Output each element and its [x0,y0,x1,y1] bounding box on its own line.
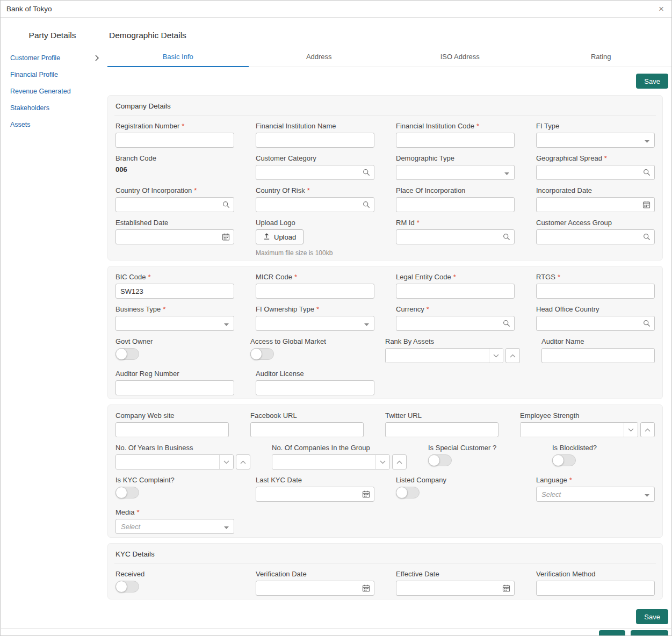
financial-institution-code-input[interactable] [396,133,515,148]
increment-button[interactable] [392,454,407,469]
field-company-web-site: Company Web site [115,411,229,437]
field-customer-access-group: Customer Access Group [536,219,655,257]
search-icon[interactable] [643,320,651,327]
decrement-button[interactable] [489,349,503,363]
save-button-top[interactable]: Save [636,74,668,89]
demographic-type-select[interactable] [396,165,515,180]
ok-button[interactable]: OK [599,630,625,635]
currency-input[interactable] [396,316,515,331]
sidebar-item-stakeholders[interactable]: Stakeholders [10,104,102,112]
calendar-icon[interactable] [502,584,510,592]
incorporated-date-input[interactable] [536,197,655,212]
employee-strength-input[interactable] [521,423,624,437]
facebook-url-input[interactable] [250,422,364,437]
no-of-companies-in-the-group-input[interactable] [272,455,375,469]
search-icon[interactable] [643,169,651,176]
calendar-icon[interactable] [642,201,651,209]
company-web-site-input[interactable] [115,422,229,437]
search-icon[interactable] [363,201,370,208]
access-to-global-market-toggle[interactable] [250,348,274,360]
media-select[interactable]: Select [115,519,234,534]
financial-institution-name-input[interactable] [256,133,374,148]
bic-code-input[interactable] [115,284,234,299]
no-of-companies-in-the-group-stepper [272,454,407,469]
field-label: Customer Access Group [536,219,655,227]
rtgs-input[interactable] [536,284,655,299]
field-label: Head Office Country [536,305,655,313]
established-date-input[interactable] [115,229,234,244]
sidebar-item-financial-profile[interactable]: Financial Profile [10,71,102,78]
country-of-incorporation-input[interactable] [115,197,234,212]
no-of-years-in-business-input[interactable] [116,455,219,469]
save-button-bottom[interactable]: Save [636,609,668,624]
is-special-customer-toggle[interactable] [428,454,452,466]
search-icon[interactable] [222,201,230,208]
close-icon[interactable]: × [659,4,664,13]
field-label-text: Incorporated Date [536,186,592,194]
twitter-url-input[interactable] [385,422,498,437]
business-type-select[interactable] [115,316,234,331]
tab-address[interactable]: Address [249,48,390,67]
calendar-icon[interactable] [362,584,370,592]
govt-owner-toggle[interactable] [115,348,139,360]
tab-iso-address[interactable]: ISO Address [389,48,531,67]
field-label-text: MICR Code [256,273,292,281]
field-financial-institution-name: Financial Institution Name [256,122,374,148]
rm-id-input[interactable] [396,229,515,244]
employee-strength-stepper [520,422,655,437]
increment-button[interactable] [505,348,520,363]
listed-company-toggle[interactable] [396,487,420,498]
head-office-country-input[interactable] [536,316,655,331]
field-label: Demographic Type [396,154,515,162]
field-label: FI Type [536,122,655,130]
increment-button[interactable] [236,454,250,469]
received-toggle[interactable] [115,581,139,592]
tab-rating[interactable]: Rating [531,48,672,67]
auditor-license-input[interactable] [256,380,374,395]
verification-method-input[interactable] [536,581,655,596]
rank-by-assets-input[interactable] [386,349,489,363]
toggle-knob [396,487,408,498]
field-label: Last KYC Date [256,476,374,484]
search-icon[interactable] [363,169,370,176]
legal-entity-code-input[interactable] [396,284,515,299]
customer-access-group-input[interactable] [536,229,655,244]
search-icon[interactable] [643,233,651,241]
customer-category-input[interactable] [256,165,374,180]
decrement-button[interactable] [375,455,389,469]
language-select[interactable]: Select [536,487,655,502]
last-kyc-date-input[interactable] [256,487,374,502]
auditor-reg-number-input[interactable] [115,380,234,395]
field-label-text: RTGS [536,273,555,281]
place-of-incorporation-input[interactable] [396,197,515,212]
registration-number-input[interactable] [115,133,234,148]
search-icon[interactable] [503,233,510,241]
cancel-button[interactable]: Cancel [631,630,668,635]
increment-button[interactable] [640,422,655,437]
verification-date-input[interactable] [256,581,374,596]
chevron-right-icon[interactable] [95,55,99,61]
is-blocklisted-toggle[interactable] [552,454,576,466]
calendar-icon[interactable] [362,490,370,498]
calendar-icon[interactable] [222,233,230,241]
auditor-name-input[interactable] [541,348,655,363]
toggle-knob [115,348,127,360]
toggle-knob [428,454,440,466]
micr-code-input[interactable] [256,284,374,299]
fi-ownership-type-select[interactable] [256,316,374,331]
sidebar-item-customer-profile[interactable]: Customer Profile [10,54,102,62]
country-of-risk-input[interactable] [256,197,374,212]
sidebar-item-revenue-generated[interactable]: Revenue Generated [10,88,102,95]
required-asterisk: * [569,476,572,484]
tab-basic-info[interactable]: Basic Info [107,48,249,67]
geographical-spread-input[interactable] [536,165,655,180]
search-icon[interactable] [503,320,510,327]
sidebar-item-assets[interactable]: Assets [10,121,102,128]
decrement-button[interactable] [624,423,638,437]
fi-type-select[interactable] [536,133,655,148]
decrement-button[interactable] [219,455,233,469]
section-kyc-details: KYC DetailsReceivedVerification DateEffe… [107,543,663,599]
effective-date-input[interactable] [396,581,515,596]
upload-button[interactable]: Upload [256,229,304,244]
is-kyc-complaint-toggle[interactable] [115,487,139,498]
